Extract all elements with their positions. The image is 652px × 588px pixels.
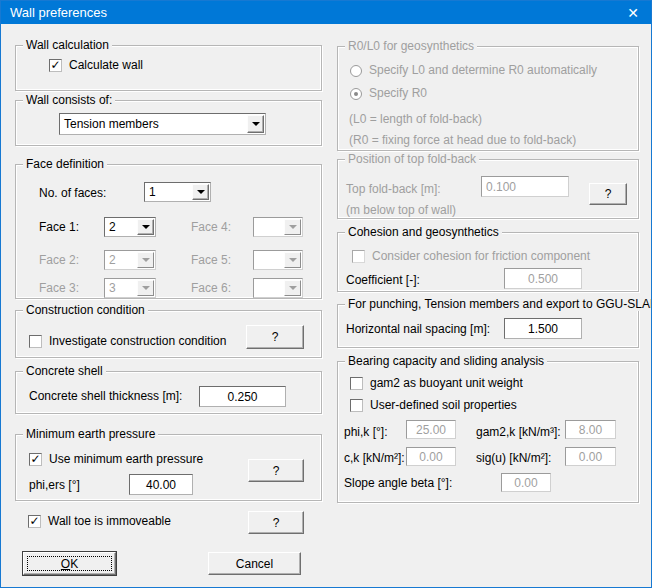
face2-dropdown: 2 xyxy=(104,250,156,270)
group-legend: Wall consists of: xyxy=(23,94,115,107)
no-of-faces-dropdown[interactable]: 1 xyxy=(144,182,211,202)
group-legend: Wall calculation xyxy=(23,39,112,52)
r0-note: (R0 = fixing force at head due to fold-b… xyxy=(349,134,576,147)
face4-dropdown xyxy=(253,217,303,237)
concrete-thickness-label: Concrete shell thickness [m]: xyxy=(29,390,182,403)
group-r0-l0: R0/L0 for geosynthetics Specify L0 and d… xyxy=(337,46,639,151)
cancel-button[interactable]: Cancel xyxy=(208,552,301,575)
dropdown-button xyxy=(137,280,154,296)
group-face-definition: Face definition No. of faces: 1 Face 1: … xyxy=(15,164,322,299)
chevron-down-icon xyxy=(289,258,297,266)
group-legend: Construction condition xyxy=(23,304,148,317)
top-fold-back-note: (m below top of wall) xyxy=(346,204,456,217)
group-legend: For punching, Tension members and export… xyxy=(345,298,652,311)
checkbox-unchecked-icon[interactable] xyxy=(350,377,363,390)
l0-note: (L0 = length of fold-back) xyxy=(349,113,482,126)
coefficient-label: Coefficient [-]: xyxy=(346,274,420,287)
specify-l0-radio: Specify L0 and determine R0 automaticall… xyxy=(350,64,597,77)
checkbox-checked-icon[interactable]: ✓ xyxy=(29,453,42,466)
group-bearing-capacity: Bearing capacity and sliding analysis ga… xyxy=(337,361,639,503)
checkbox-unchecked-icon xyxy=(352,250,365,263)
gam2-k-input xyxy=(565,420,616,439)
gam2-buoyant-checkbox[interactable]: gam2 as buoyant unit weight xyxy=(350,377,523,390)
dropdown-button xyxy=(284,252,301,268)
face2-label: Face 2: xyxy=(39,254,79,267)
user-defined-soil-checkbox[interactable]: User-defined soil properties xyxy=(350,399,517,412)
phi-ers-label: phi,ers [°] xyxy=(29,479,80,492)
group-top-fold-back: Position of top fold-back Top fold-back … xyxy=(337,159,639,219)
chevron-down-icon xyxy=(289,286,297,294)
face1-dropdown[interactable]: 2 xyxy=(104,217,156,237)
no-of-faces-label: No. of faces: xyxy=(39,187,106,200)
checkbox-checked-icon[interactable]: ✓ xyxy=(49,59,62,72)
calculate-wall-checkbox[interactable]: ✓ Calculate wall xyxy=(49,59,143,72)
group-legend: Cohesion and geosynthetics xyxy=(345,226,502,239)
group-punching: For punching, Tension members and export… xyxy=(337,304,639,348)
radio-selected-icon xyxy=(350,88,362,100)
chevron-down-icon xyxy=(197,190,205,198)
min-earth-pressure-help-button[interactable]: ? xyxy=(248,459,304,482)
chevron-down-icon xyxy=(289,225,297,233)
chevron-down-icon xyxy=(252,122,260,130)
construction-help-button[interactable]: ? xyxy=(246,325,304,349)
radio-unselected-icon xyxy=(350,65,362,77)
gam2-k-label: gam2,k [kN/m³]: xyxy=(476,426,561,439)
wall-toe-immoveable-checkbox[interactable]: ✓ Wall toe is immoveable xyxy=(28,515,171,528)
dropdown-button[interactable] xyxy=(192,184,209,200)
group-legend: Minimum earth pressure xyxy=(23,428,158,441)
top-fold-back-input xyxy=(481,176,569,197)
face3-label: Face 3: xyxy=(39,282,79,295)
face5-label: Face 5: xyxy=(191,254,231,267)
coefficient-input xyxy=(504,268,582,289)
concrete-thickness-input[interactable] xyxy=(199,386,286,407)
face6-label: Face 6: xyxy=(191,282,231,295)
nail-spacing-label: Horizontal nail spacing [m]: xyxy=(346,323,490,336)
phi-ers-input[interactable] xyxy=(129,474,193,495)
face6-dropdown xyxy=(253,278,303,298)
nail-spacing-input[interactable] xyxy=(504,318,582,339)
slope-angle-input xyxy=(501,473,551,492)
chevron-down-icon xyxy=(142,286,150,294)
consider-cohesion-checkbox: Consider cohesion for friction component xyxy=(352,250,590,263)
dropdown-button xyxy=(284,219,301,235)
group-minimum-earth-pressure: Minimum earth pressure ✓ Use minimum ear… xyxy=(15,434,322,501)
wall-toe-help-button[interactable]: ? xyxy=(248,511,304,534)
chevron-down-icon xyxy=(142,258,150,266)
group-wall-calculation: Wall calculation ✓ Calculate wall xyxy=(15,45,322,91)
phi-k-label: phi,k [°]: xyxy=(344,426,387,439)
specify-r0-radio: Specify R0 xyxy=(350,87,427,100)
top-fold-back-label: Top fold-back [m]: xyxy=(346,183,441,196)
use-min-earth-pressure-checkbox[interactable]: ✓ Use minimum earth pressure xyxy=(29,453,203,466)
checkbox-unchecked-icon[interactable] xyxy=(350,399,363,412)
slope-angle-label: Slope angle beta [°]: xyxy=(344,477,452,490)
checkbox-unchecked-icon[interactable] xyxy=(29,335,42,348)
group-legend: Face definition xyxy=(23,158,107,171)
group-wall-consists-of: Wall consists of: Tension members xyxy=(15,100,322,146)
group-construction-condition: Construction condition Investigate const… xyxy=(15,310,322,358)
group-legend: Position of top fold-back xyxy=(345,153,479,166)
face1-label: Face 1: xyxy=(39,221,79,234)
face4-label: Face 4: xyxy=(191,221,231,234)
sig-u-label: sig(u) [kN/m²]: xyxy=(476,452,551,465)
group-legend: Bearing capacity and sliding analysis xyxy=(345,355,547,368)
ok-button[interactable]: OK xyxy=(23,552,116,575)
close-icon[interactable]: ✕ xyxy=(615,1,651,24)
investigate-construction-checkbox[interactable]: Investigate construction condition xyxy=(29,335,226,348)
group-legend: R0/L0 for geosynthetics xyxy=(345,40,477,53)
phi-k-input xyxy=(406,420,456,439)
dropdown-button[interactable] xyxy=(247,115,264,133)
titlebar: Wall preferences ✕ xyxy=(1,1,651,24)
top-fold-back-help-button[interactable]: ? xyxy=(589,183,627,205)
dropdown-button xyxy=(284,280,301,296)
dropdown-button[interactable] xyxy=(137,219,154,235)
window-title: Wall preferences xyxy=(1,5,107,20)
wall-consists-dropdown[interactable]: Tension members xyxy=(59,113,266,135)
checkbox-checked-icon[interactable]: ✓ xyxy=(28,515,41,528)
sig-u-input xyxy=(565,447,616,466)
face3-dropdown: 3 xyxy=(104,278,156,298)
chevron-down-icon xyxy=(142,225,150,233)
c-k-label: c,k [kN/m²]: xyxy=(344,452,405,465)
wall-preferences-dialog: Wall preferences ✕ Wall calculation ✓ Ca… xyxy=(0,0,652,588)
face5-dropdown xyxy=(253,250,303,270)
dropdown-button xyxy=(137,252,154,268)
